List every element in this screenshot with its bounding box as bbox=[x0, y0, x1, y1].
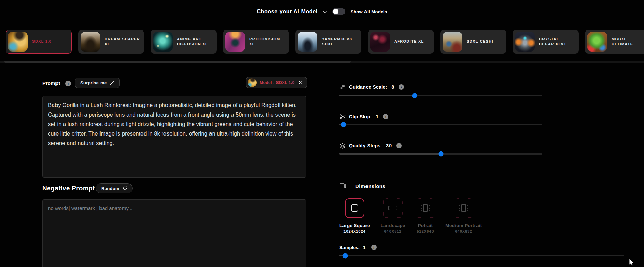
prompt-textarea[interactable]: Baby Gorilla in a Lush Rainforest: Imagi… bbox=[42, 96, 306, 178]
samples-slider[interactable] bbox=[339, 255, 624, 256]
portrait-shape-icon bbox=[461, 204, 466, 212]
quality-steps-slider-thumb[interactable] bbox=[439, 151, 444, 156]
guidance-slider-thumb[interactable] bbox=[412, 93, 417, 98]
guidance-scale-value: 8 bbox=[391, 84, 394, 90]
quality-steps-info-icon[interactable]: i bbox=[396, 143, 402, 148]
dimension-box bbox=[454, 198, 473, 218]
dimension-size: 512X640 bbox=[405, 229, 446, 233]
dimension-size: 1024X1024 bbox=[334, 229, 375, 233]
dimension-box bbox=[383, 198, 403, 218]
slider-fill bbox=[339, 153, 441, 155]
model-card-yamermix-v8-sdxl[interactable]: YAMERMIX V8 SDXL bbox=[295, 30, 361, 54]
dimension-size: 640X832 bbox=[443, 229, 484, 233]
slider-fill bbox=[339, 95, 415, 96]
dimension-name: Large Square bbox=[334, 223, 375, 228]
negative-prompt-label: Negative Prompt bbox=[42, 185, 95, 192]
refresh-icon bbox=[123, 186, 127, 191]
square-shape-icon bbox=[351, 204, 358, 212]
model-chip-avatar bbox=[248, 78, 257, 87]
carousel-scrollbar-thumb[interactable] bbox=[4, 61, 351, 63]
surprise-me-label: Surprise me bbox=[80, 80, 107, 85]
layers-icon bbox=[339, 143, 346, 149]
dimension-option-large-square[interactable]: Large Square 1024X1024 bbox=[334, 198, 375, 233]
chevron-down-icon bbox=[323, 11, 327, 14]
model-thumbnail bbox=[8, 32, 28, 52]
guidance-scale-slider[interactable] bbox=[339, 95, 542, 96]
choose-model-label: Choose your AI Model bbox=[257, 8, 317, 15]
landscape-shape-icon bbox=[388, 206, 397, 210]
selected-model-chip[interactable]: Model : SDXL 1.0 bbox=[246, 77, 307, 88]
negative-prompt-textarea[interactable] bbox=[42, 199, 306, 267]
model-card-anime-art-diffusion-xl[interactable]: ANIME ART DIFFUSION XL bbox=[151, 30, 217, 54]
model-name: CRYSTAL CLEAR XLV1 bbox=[539, 37, 576, 47]
guidance-scale-row: Guidance Scale: 8 i bbox=[339, 84, 404, 90]
dimensions-label: Dimensions bbox=[355, 183, 385, 189]
portrait-shape-icon bbox=[423, 204, 428, 212]
surprise-me-button[interactable]: Surprise me bbox=[75, 78, 120, 88]
dimension-option-medium-portrait[interactable]: Medium Portrait 640X832 bbox=[443, 198, 484, 233]
samples-row: Samples: 1 i bbox=[339, 245, 377, 250]
model-select-header: Choose your AI Model Show All Models bbox=[0, 6, 644, 17]
guidance-info-icon[interactable]: i bbox=[399, 84, 404, 90]
model-thumbnail bbox=[81, 32, 100, 52]
samples-value: 1 bbox=[363, 245, 366, 250]
clip-skip-row: Clip Skip: 1 i bbox=[339, 113, 388, 120]
clip-skip-value: 1 bbox=[376, 114, 379, 119]
carousel-scrollbar[interactable] bbox=[0, 61, 644, 63]
show-all-models-label: Show All Models bbox=[351, 9, 387, 14]
clip-skip-label: Clip Skip: bbox=[349, 114, 372, 119]
model-card-mbbxl-ultimate[interactable]: MBBXL ULTIMATE bbox=[585, 30, 644, 54]
dimensions-header: Dimensions bbox=[339, 183, 385, 189]
sliders-icon bbox=[339, 84, 346, 90]
toggle-knob bbox=[333, 9, 338, 14]
model-name: PROTOVISION XL bbox=[249, 37, 286, 47]
dimension-box bbox=[416, 198, 435, 218]
model-card-sdxl-1-0[interactable]: SDXL 1.0 bbox=[6, 30, 72, 54]
model-name: DREAM SHAPER XL bbox=[105, 37, 141, 47]
dimension-option-potrait[interactable]: Potrait 512X640 bbox=[405, 198, 446, 233]
model-card-crystal-clear-xlv1[interactable]: CRYSTAL CLEAR XLV1 bbox=[513, 30, 579, 54]
dimension-name: Medium Portrait bbox=[443, 223, 484, 228]
model-thumbnail bbox=[298, 32, 317, 52]
dimension-box bbox=[345, 198, 364, 218]
clip-skip-slider-thumb[interactable] bbox=[341, 122, 346, 127]
guidance-scale-label: Guidance Scale: bbox=[349, 84, 387, 90]
choose-model-dropdown[interactable]: Choose your AI Model bbox=[257, 8, 327, 15]
model-name: SDXL 1.0 bbox=[32, 39, 52, 44]
model-name: SDXL CESHI bbox=[467, 39, 493, 44]
model-name: ANIME ART DIFFUSION XL bbox=[177, 37, 214, 47]
model-carousel[interactable]: SDXL 1.0 DREAM SHAPER XL ANIME ART DIFFU… bbox=[0, 30, 644, 54]
samples-slider-thumb[interactable] bbox=[342, 253, 348, 258]
model-thumbnail bbox=[587, 32, 607, 52]
show-all-models-toggle[interactable] bbox=[332, 8, 345, 15]
mouse-cursor bbox=[629, 259, 634, 266]
quality-steps-row: Quality Steps: 30 i bbox=[339, 142, 402, 149]
model-name: MBBXL ULTIMATE bbox=[612, 37, 644, 47]
quality-steps-label: Quality Steps: bbox=[349, 143, 382, 148]
samples-label: Samples: bbox=[339, 245, 360, 250]
quality-steps-value: 30 bbox=[386, 143, 392, 148]
model-name: YAMERMIX V8 SDXL bbox=[322, 37, 358, 47]
model-card-dream-shaper-xl[interactable]: DREAM SHAPER XL bbox=[78, 30, 144, 54]
model-thumbnail bbox=[443, 32, 462, 52]
quality-steps-slider[interactable] bbox=[339, 153, 542, 155]
model-name: AFRODITE XL bbox=[394, 39, 424, 44]
magic-wand-icon bbox=[110, 80, 115, 85]
random-button[interactable]: Random bbox=[96, 183, 133, 193]
clip-skip-info-icon[interactable]: i bbox=[383, 114, 388, 119]
model-card-afrodite-xl[interactable]: AFRODITE XL bbox=[368, 30, 434, 54]
dimensions-icon bbox=[339, 183, 346, 189]
model-thumbnail bbox=[370, 32, 390, 52]
close-icon[interactable] bbox=[298, 80, 303, 85]
prompt-info-icon[interactable]: i bbox=[65, 81, 71, 86]
model-thumbnail bbox=[225, 32, 245, 52]
prompt-label: Prompt bbox=[42, 80, 60, 86]
scissors-icon bbox=[339, 114, 346, 119]
model-card-protovision-xl[interactable]: PROTOVISION XL bbox=[223, 30, 289, 54]
model-card-sdxl-ceshi[interactable]: SDXL CESHI bbox=[440, 30, 506, 54]
dimension-name: Potrait bbox=[405, 223, 446, 228]
clip-skip-slider[interactable] bbox=[339, 124, 542, 125]
samples-info-icon[interactable]: i bbox=[371, 245, 377, 250]
model-thumbnail bbox=[153, 32, 173, 52]
model-chip-label: Model : SDXL 1.0 bbox=[260, 80, 295, 85]
